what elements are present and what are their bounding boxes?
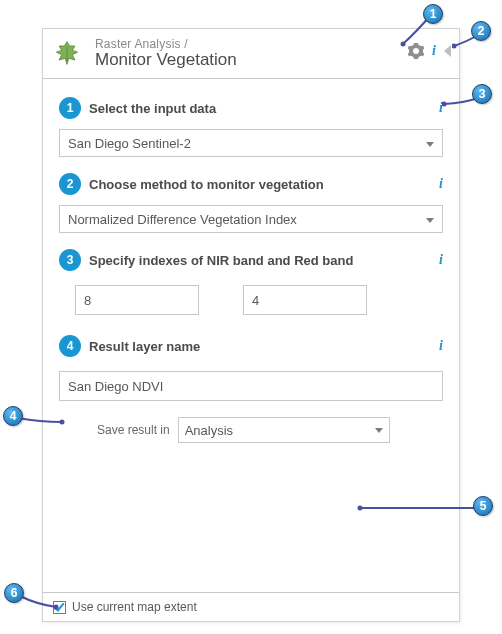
- callout-5: 5: [473, 496, 493, 516]
- callout-2: 2: [471, 21, 491, 41]
- section-bands: 3 Specify indexes of NIR band and Red ba…: [59, 249, 443, 315]
- panel-header: Raster Analysis / Monitor Vegetation i: [43, 29, 459, 79]
- info-icon-bands[interactable]: i: [439, 252, 443, 268]
- section-title-method: Choose method to monitor vegetation: [89, 177, 324, 192]
- red-band-input[interactable]: [243, 285, 367, 315]
- input-data-value: San Diego Sentinel-2: [68, 136, 191, 151]
- panel-title: Monitor Vegetation: [95, 50, 447, 70]
- nir-band-input[interactable]: [75, 285, 199, 315]
- panel-footer: Use current map extent: [43, 592, 459, 621]
- section-method: 2 Choose method to monitor vegetation i …: [59, 173, 443, 233]
- section-result: 4 Result layer name i Save result in Ana…: [59, 335, 443, 443]
- save-label: Save result in: [97, 423, 170, 437]
- save-folder-select[interactable]: Analysis: [178, 417, 390, 443]
- breadcrumb[interactable]: Raster Analysis /: [95, 37, 447, 51]
- use-extent-label: Use current map extent: [72, 600, 197, 614]
- use-extent-checkbox[interactable]: [53, 601, 66, 614]
- panel-info-icon[interactable]: i: [432, 43, 436, 59]
- section-title-input: Select the input data: [89, 101, 216, 116]
- step-badge-2: 2: [59, 173, 81, 195]
- callout-3: 3: [472, 84, 492, 104]
- step-badge-4: 4: [59, 335, 81, 357]
- callout-4: 4: [3, 406, 23, 426]
- panel-body: 1 Select the input data i San Diego Sent…: [43, 79, 459, 449]
- info-icon-input[interactable]: i: [439, 100, 443, 116]
- section-title-result: Result layer name: [89, 339, 200, 354]
- gear-icon[interactable]: [408, 43, 424, 59]
- method-value: Normalized Difference Vegetation Index: [68, 212, 297, 227]
- info-icon-result[interactable]: i: [439, 338, 443, 354]
- input-data-select[interactable]: San Diego Sentinel-2: [59, 129, 443, 157]
- info-icon-method[interactable]: i: [439, 176, 443, 192]
- monitor-vegetation-panel: Raster Analysis / Monitor Vegetation i 1…: [42, 28, 460, 622]
- step-badge-3: 3: [59, 249, 81, 271]
- result-name-input[interactable]: [59, 371, 443, 401]
- save-folder-value: Analysis: [185, 423, 233, 438]
- step-badge-1: 1: [59, 97, 81, 119]
- method-select[interactable]: Normalized Difference Vegetation Index: [59, 205, 443, 233]
- collapse-icon[interactable]: [444, 45, 451, 57]
- callout-6: 6: [4, 583, 24, 603]
- callout-1: 1: [423, 4, 443, 24]
- leaf-icon: [53, 39, 81, 67]
- section-title-bands: Specify indexes of NIR band and Red band: [89, 253, 353, 268]
- section-input-data: 1 Select the input data i San Diego Sent…: [59, 97, 443, 157]
